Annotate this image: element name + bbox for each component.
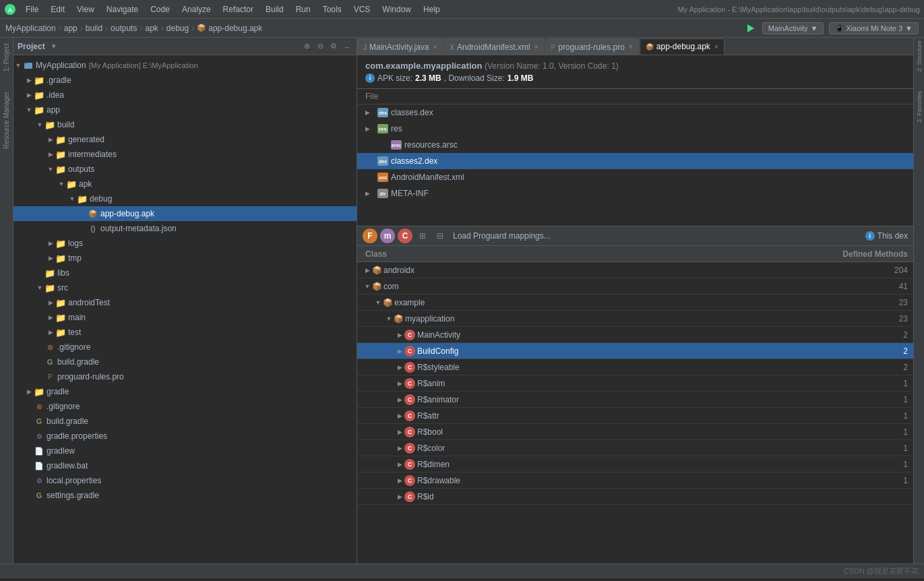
breadcrumb-myapplication[interactable]: MyApplication: [5, 24, 56, 33]
tree-item-debug-dir[interactable]: ▼📁debug: [13, 191, 357, 206]
menu-refactor[interactable]: Refactor: [218, 3, 259, 16]
menu-help[interactable]: Help: [418, 3, 445, 16]
run-config-selector[interactable]: MainActivity ▼: [762, 22, 824, 34]
tab-tab-apk[interactable]: 📦app-debug.apk×: [640, 38, 725, 55]
dex-filter-classes-btn[interactable]: C: [398, 228, 412, 243]
class-row-row-mainactivity[interactable]: ▶CMainActivity2: [357, 327, 913, 343]
tree-arrow-idea-dir[interactable]: ▶: [24, 92, 34, 98]
tree-item-main-dir[interactable]: ▶📁main: [13, 310, 357, 325]
apk-file-classes2-dex[interactable]: dexclasses2.dex: [357, 153, 913, 169]
dex-filter-methods-btn[interactable]: m: [380, 228, 395, 243]
tab-close-tab-androidmanifest[interactable]: ×: [534, 43, 538, 51]
tree-arrow-logs-dir[interactable]: ▶: [46, 240, 55, 247]
apk-file-meta-inf[interactable]: ▶dirMETA-INF: [357, 185, 913, 202]
tree-arrow-intermediates-dir[interactable]: ▶: [46, 151, 55, 158]
tree-item-gradlew[interactable]: 📄gradlew: [13, 444, 357, 458]
panel-icon-locate[interactable]: ⊕: [301, 41, 312, 52]
tree-item-gradlew-bat[interactable]: 📄gradlew.bat: [13, 458, 357, 473]
device-selector[interactable]: 📱 Xiaomi Mi Note 3 ▼: [829, 22, 919, 34]
project-panel-dropdown[interactable]: ▼: [51, 42, 57, 50]
tree-item-logs-dir[interactable]: ▶📁logs: [13, 236, 357, 251]
tree-item-gradle-dir[interactable]: ▶📁.gradle: [13, 73, 357, 88]
menu-vcs[interactable]: VCS: [348, 3, 376, 16]
tree-item-generated-dir[interactable]: ▶📁generated: [13, 132, 357, 147]
class-row-row-ranimator[interactable]: ▶CR$animator1: [357, 392, 913, 408]
dex-toolbar-icon1[interactable]: ⊞: [415, 228, 430, 243]
tree-arrow-gradle-dir[interactable]: ▶: [24, 77, 34, 84]
class-row-row-rstyleable[interactable]: ▶CR$styleable2: [357, 359, 913, 375]
tree-arrow-main-dir[interactable]: ▶: [46, 314, 55, 321]
tree-item-gradle-properties[interactable]: ⚙gradle.properties: [13, 429, 357, 444]
tree-arrow-outputs-dir[interactable]: ▼: [46, 166, 55, 173]
tree-item-src-dir[interactable]: ▼📁src: [13, 280, 357, 295]
tree-arrow-androidtest-dir[interactable]: ▶: [46, 299, 55, 306]
tab-close-tab-proguard[interactable]: ×: [629, 43, 633, 51]
menu-build[interactable]: Build: [260, 3, 289, 16]
tree-item-androidtest-dir[interactable]: ▶📁androidTest: [13, 295, 357, 310]
tree-arrow-src-dir[interactable]: ▼: [35, 284, 44, 291]
tree-arrow-test-dir[interactable]: ▶: [46, 329, 55, 336]
tree-item-tmp-dir[interactable]: ▶📁tmp: [13, 251, 357, 266]
breadcrumb-apkfile[interactable]: app-debug.apk: [208, 24, 262, 33]
menu-code[interactable]: Code: [145, 3, 175, 16]
load-proguard-btn[interactable]: Load Proguard mappings...: [453, 231, 551, 241]
class-row-row-rdimen[interactable]: ▶CR$dimen1: [357, 456, 913, 472]
tree-item-build-gradle-app[interactable]: Gbuild.gradle: [13, 355, 357, 369]
tree-item-output-metadata-json[interactable]: {}output-metadata.json: [13, 221, 357, 236]
tab-close-tab-mainactivity[interactable]: ×: [433, 43, 437, 51]
menu-view[interactable]: View: [71, 3, 100, 16]
class-row-row-androidx[interactable]: ▶📦androidx204: [357, 262, 913, 278]
tree-arrow-myapplication-root[interactable]: ▼: [13, 62, 23, 69]
dex-toolbar-icon2[interactable]: ⊟: [433, 228, 448, 243]
class-row-row-buildconfig[interactable]: ▶CBuildConfig2: [357, 343, 913, 359]
panel-icon-collapse[interactable]: ⊖: [315, 41, 326, 52]
tree-item-gradle-root-dir[interactable]: ▶📁gradle: [13, 384, 357, 399]
tree-arrow-build-dir[interactable]: ▼: [35, 121, 44, 128]
tree-item-gitignore-root[interactable]: ⊛.gitignore: [13, 399, 357, 414]
tree-arrow-gradle-root-dir[interactable]: ▶: [24, 388, 34, 395]
tree-item-build-dir[interactable]: ▼📁build: [13, 117, 357, 132]
tree-arrow-debug-dir[interactable]: ▼: [67, 195, 77, 202]
tree-arrow-generated-dir[interactable]: ▶: [46, 136, 55, 143]
tree-item-test-dir[interactable]: ▶📁test: [13, 325, 357, 340]
apk-file-res-dir[interactable]: ▶resres: [357, 121, 913, 137]
class-row-row-com[interactable]: ▼📦com41: [357, 278, 913, 295]
tree-item-build-gradle-root[interactable]: Gbuild.gradle: [13, 414, 357, 429]
tree-item-intermediates-dir[interactable]: ▶📁intermediates: [13, 147, 357, 162]
apk-file-android-manifest[interactable]: xmlAndroidManifest.xml: [357, 169, 913, 185]
resource-manager-toggle[interactable]: Resource Manager: [3, 89, 10, 152]
tree-item-app-dir[interactable]: ▼📁app: [13, 102, 357, 117]
tab-tab-proguard[interactable]: Pproguard-rules.pro×: [545, 38, 639, 55]
menu-navigate[interactable]: Navigate: [101, 3, 144, 16]
tree-item-gitignore-app[interactable]: ⊛.gitignore: [13, 340, 357, 355]
menu-edit[interactable]: Edit: [45, 3, 70, 16]
tree-item-app-debug-apk[interactable]: 📦app-debug.apk: [13, 206, 357, 221]
tree-item-local-properties[interactable]: ⚙local.properties: [13, 473, 357, 488]
class-row-row-rcolor[interactable]: ▶CR$color1: [357, 440, 913, 456]
tree-item-idea-dir[interactable]: ▶📁.idea: [13, 88, 357, 102]
class-row-row-myapplication[interactable]: ▼📦myapplication23: [357, 311, 913, 327]
menu-tools[interactable]: Tools: [317, 3, 347, 16]
panel-icon-settings[interactable]: ⚙: [328, 41, 339, 52]
class-row-row-rid[interactable]: ▶CR$id: [357, 489, 913, 505]
breadcrumb-outputs[interactable]: outputs: [111, 24, 137, 33]
class-row-row-rbool[interactable]: ▶CR$bool1: [357, 424, 913, 440]
menu-run[interactable]: Run: [290, 3, 316, 16]
breadcrumb-apk[interactable]: apk: [145, 24, 158, 33]
tree-arrow-apk-dir[interactable]: ▼: [57, 181, 66, 187]
tree-arrow-tmp-dir[interactable]: ▶: [46, 255, 55, 262]
tab-tab-mainactivity[interactable]: JMainActivity.java×: [357, 38, 443, 55]
structure-panel-toggle[interactable]: 2: Structure: [916, 38, 923, 75]
menu-file[interactable]: File: [20, 3, 44, 16]
tree-item-apk-dir[interactable]: ▼📁apk: [13, 177, 357, 191]
project-panel-toggle[interactable]: 1: Project: [3, 40, 10, 74]
tab-tab-androidmanifest[interactable]: XAndroidManifest.xml×: [443, 38, 544, 55]
menu-window[interactable]: Window: [377, 3, 417, 16]
tree-item-outputs-dir[interactable]: ▼📁outputs: [13, 162, 357, 177]
tree-arrow-app-dir[interactable]: ▼: [24, 106, 34, 113]
menu-analyze[interactable]: Analyze: [177, 3, 216, 16]
favorites-panel-toggle[interactable]: 2: Favorites: [916, 88, 923, 125]
tree-item-settings-gradle[interactable]: Gsettings.gradle: [13, 488, 357, 503]
breadcrumb-build[interactable]: build: [86, 24, 102, 33]
class-row-row-rattr[interactable]: ▶CR$attr1: [357, 408, 913, 424]
